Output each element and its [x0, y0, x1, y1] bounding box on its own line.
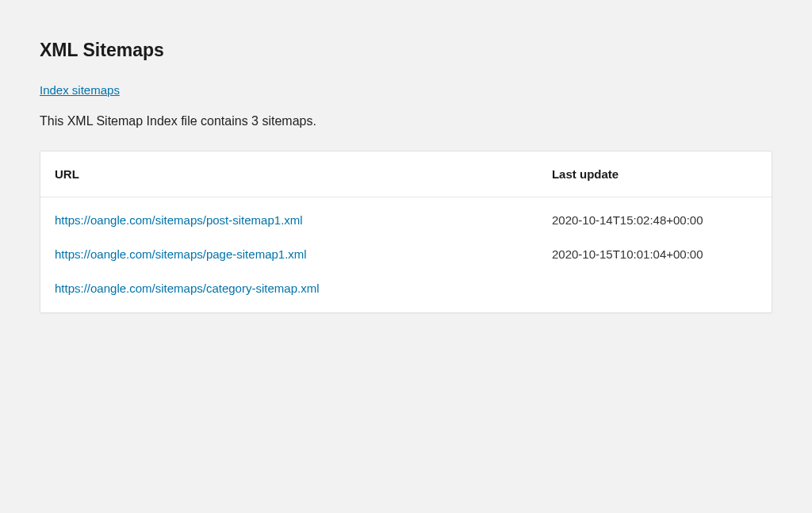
table-cell-url: https://oangle.com/sitemaps/page-sitemap…	[40, 237, 538, 271]
table-cell-last-update	[538, 271, 772, 312]
sitemap-description: This XML Sitemap Index file contains 3 s…	[40, 114, 772, 128]
index-sitemaps-link[interactable]: Index sitemaps	[40, 83, 120, 97]
sitemap-table-container: URL Last update https://oangle.com/sitem…	[40, 151, 772, 313]
table-row: https://oangle.com/sitemaps/post-sitemap…	[40, 197, 772, 238]
page-title: XML Sitemaps	[40, 40, 772, 61]
column-header-url: URL	[40, 151, 538, 197]
column-header-last-update: Last update	[538, 151, 772, 197]
table-cell-last-update: 2020-10-15T10:01:04+00:00	[538, 237, 772, 271]
table-row: https://oangle.com/sitemaps/category-sit…	[40, 271, 772, 312]
table-cell-url: https://oangle.com/sitemaps/category-sit…	[40, 271, 538, 312]
sitemap-url-link[interactable]: https://oangle.com/sitemaps/page-sitemap…	[55, 247, 307, 261]
sitemap-table: URL Last update https://oangle.com/sitem…	[40, 151, 772, 312]
table-row: https://oangle.com/sitemaps/page-sitemap…	[40, 237, 772, 271]
table-cell-url: https://oangle.com/sitemaps/post-sitemap…	[40, 197, 538, 238]
sitemap-url-link[interactable]: https://oangle.com/sitemaps/post-sitemap…	[55, 213, 303, 227]
sitemap-url-link[interactable]: https://oangle.com/sitemaps/category-sit…	[55, 281, 319, 295]
table-cell-last-update: 2020-10-14T15:02:48+00:00	[538, 197, 772, 238]
